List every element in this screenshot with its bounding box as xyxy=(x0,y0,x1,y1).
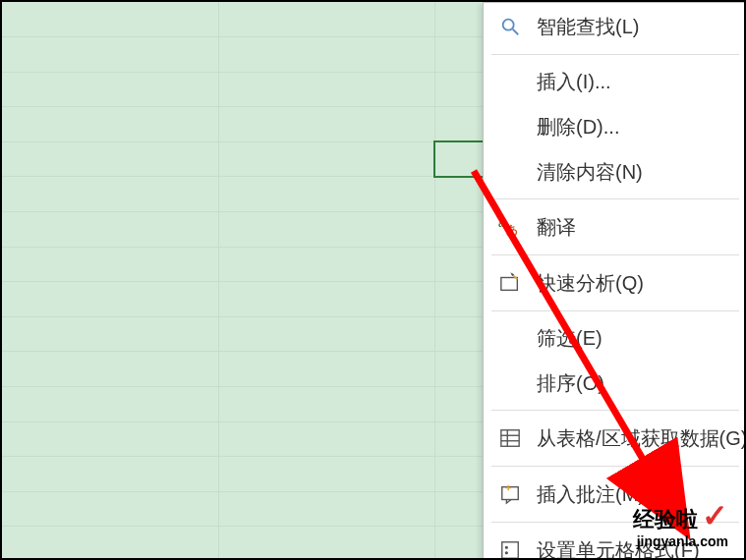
svg-rect-6 xyxy=(501,430,519,447)
cell[interactable] xyxy=(218,37,434,73)
table-icon xyxy=(497,425,523,451)
svg-point-14 xyxy=(505,546,507,548)
cell[interactable] xyxy=(218,457,434,492)
cell[interactable] xyxy=(2,421,218,457)
menu-sort[interactable]: 排序(O) xyxy=(484,361,746,406)
svg-point-0 xyxy=(503,20,514,30)
cell[interactable] xyxy=(2,457,218,492)
menu-separator xyxy=(491,466,739,467)
menu-label: 智能查找(L) xyxy=(537,14,639,40)
cell[interactable] xyxy=(2,352,218,387)
menu-label: 插入(I)... xyxy=(537,69,611,95)
cell[interactable] xyxy=(218,316,434,352)
cell[interactable] xyxy=(2,177,218,212)
cell[interactable] xyxy=(2,141,218,177)
menu-separator xyxy=(491,254,739,255)
cell[interactable] xyxy=(2,527,218,560)
svg-line-1 xyxy=(513,29,519,35)
cell[interactable] xyxy=(218,141,434,177)
menu-separator xyxy=(491,198,739,199)
menu-label: 快速分析(Q) xyxy=(537,270,644,297)
cell[interactable] xyxy=(218,352,434,387)
search-icon xyxy=(497,14,523,39)
menu-label: 从表格/区域获取数据(G) xyxy=(537,425,746,452)
cell[interactable] xyxy=(2,387,218,422)
menu-separator xyxy=(491,310,739,311)
cell[interactable] xyxy=(218,247,434,282)
cell[interactable] xyxy=(218,2,434,37)
cell[interactable] xyxy=(218,72,434,107)
menu-clear-contents[interactable]: 清除内容(N) xyxy=(484,149,746,195)
cell[interactable] xyxy=(2,37,218,73)
menu-label: 翻译 xyxy=(537,214,576,241)
cell[interactable] xyxy=(2,2,218,37)
cell[interactable] xyxy=(2,247,218,282)
svg-rect-10 xyxy=(502,487,519,500)
comment-icon xyxy=(497,481,523,507)
menu-insert[interactable]: 插入(I)... xyxy=(484,59,746,104)
menu-label: 设置单元格格式(F) xyxy=(537,537,700,561)
svg-rect-5 xyxy=(501,278,517,291)
svg-point-15 xyxy=(505,552,507,554)
cell[interactable] xyxy=(218,421,434,457)
menu-label: 插入批注(M) xyxy=(537,481,645,508)
cell[interactable] xyxy=(2,72,218,107)
menu-label: 清除内容(N) xyxy=(537,159,643,186)
menu-label: 筛选(E) xyxy=(537,325,603,352)
cell[interactable] xyxy=(218,282,434,317)
cell[interactable] xyxy=(218,527,434,560)
cell[interactable] xyxy=(2,316,218,352)
cell[interactable] xyxy=(218,387,434,422)
menu-filter[interactable]: 筛选(E) xyxy=(484,315,746,361)
menu-label: 删除(D)... xyxy=(537,114,619,140)
svg-text:あ: あ xyxy=(506,223,518,237)
cell[interactable] xyxy=(2,282,218,317)
menu-format-cells[interactable]: 设置单元格格式(F) xyxy=(484,527,746,560)
menu-quick-analysis[interactable]: 快速分析(Q) xyxy=(484,259,746,307)
translate-icon: aあ xyxy=(497,214,523,240)
menu-insert-comment[interactable]: 插入批注(M) xyxy=(484,471,746,518)
cell[interactable] xyxy=(218,212,434,248)
cell[interactable] xyxy=(2,491,218,527)
menu-separator xyxy=(491,410,739,411)
menu-translate[interactable]: aあ 翻译 xyxy=(484,203,746,251)
cell[interactable] xyxy=(218,491,434,527)
menu-label: 排序(O) xyxy=(537,370,604,397)
format-cells-icon xyxy=(497,537,523,560)
context-menu: 智能查找(L) 插入(I)... 删除(D)... 清除内容(N) aあ 翻译 … xyxy=(483,2,746,560)
menu-separator xyxy=(491,54,739,55)
svg-rect-13 xyxy=(502,542,519,559)
cell[interactable] xyxy=(2,107,218,142)
svg-text:a: a xyxy=(498,218,504,229)
menu-separator xyxy=(491,522,739,523)
menu-get-data[interactable]: 从表格/区域获取数据(G) xyxy=(484,415,746,462)
cell[interactable] xyxy=(2,212,218,248)
menu-delete[interactable]: 删除(D)... xyxy=(484,104,746,149)
cell[interactable] xyxy=(218,107,434,142)
menu-smart-lookup[interactable]: 智能查找(L) xyxy=(484,3,746,50)
cell[interactable] xyxy=(218,177,434,212)
quick-analysis-icon xyxy=(497,270,523,296)
